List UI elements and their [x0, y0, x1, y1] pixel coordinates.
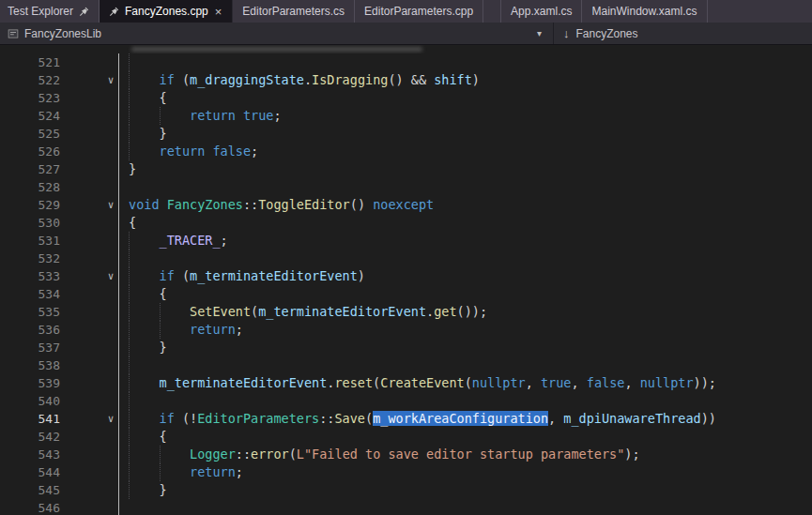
- code-token: ::: [319, 411, 334, 426]
- code-line[interactable]: 537 }: [0, 339, 812, 356]
- code-token: );: [624, 447, 639, 462]
- pin-icon[interactable]: [79, 7, 89, 17]
- code-line[interactable]: 542 {: [0, 428, 812, 446]
- code-content: {: [118, 214, 812, 232]
- fold-collapse-icon[interactable]: ∨: [103, 196, 118, 214]
- tab-fancyzones-cpp[interactable]: FancyZones.cpp×: [100, 0, 233, 23]
- indent-guide: [160, 321, 161, 339]
- line-number: 532: [0, 250, 60, 267]
- fold-margin: [103, 321, 118, 339]
- code-content: }: [118, 125, 812, 143]
- code-line[interactable]: 521: [0, 53, 812, 71]
- fold-margin: [103, 303, 118, 321]
- code-line[interactable]: 522∨ if (m_draggingState.IsDragging() &&…: [0, 71, 812, 89]
- fold-collapse-icon[interactable]: ∨: [103, 267, 118, 285]
- fold-collapse-icon[interactable]: ∨: [103, 71, 118, 89]
- pin-icon[interactable]: [109, 7, 119, 17]
- code-line[interactable]: 540: [0, 392, 812, 410]
- fold-margin: [103, 53, 118, 71]
- tab-label: EditorParameters.cpp: [364, 5, 473, 18]
- code-token: .: [426, 304, 434, 319]
- code-content: return true;: [118, 107, 812, 125]
- code-line[interactable]: 536 return;: [0, 321, 812, 339]
- code-line[interactable]: 541∨ if (!EditorParameters::Save(m_workA…: [0, 410, 812, 428]
- indent-guide: [129, 125, 130, 143]
- code-line[interactable]: 532: [0, 250, 812, 267]
- code-line[interactable]: 529∨void FancyZones::ToggleEditor() noex…: [0, 196, 812, 214]
- code-line[interactable]: 531 _TRACER_;: [0, 232, 812, 250]
- code-line[interactable]: 534 {: [0, 285, 812, 303]
- code-line[interactable]: 526 return false;: [0, 143, 812, 160]
- code-content: if (m_terminateEditorEvent): [118, 267, 812, 285]
- chevron-down-icon[interactable]: ▾: [537, 28, 545, 38]
- code-token: ,: [571, 375, 586, 390]
- code-line[interactable]: 539 m_terminateEditorEvent.reset(CreateE…: [0, 374, 812, 392]
- fold-margin: [103, 89, 118, 107]
- close-icon[interactable]: ×: [214, 6, 223, 18]
- code-line[interactable]: 527}: [0, 160, 812, 178]
- code-content: return;: [118, 463, 812, 481]
- code-content: if (m_draggingState.IsDragging() && shif…: [118, 71, 812, 89]
- tab-app-xaml-cs[interactable]: App.xaml.cs: [500, 0, 582, 23]
- line-number: 523: [0, 89, 60, 107]
- code-line[interactable]: 528: [0, 178, 812, 196]
- line-number: 546: [0, 499, 60, 515]
- code-token: m_terminateEditorEvent: [258, 304, 426, 319]
- tab-test-explorer[interactable]: Test Explorer: [0, 0, 100, 23]
- code-line[interactable]: 535 SetEvent(m_terminateEditorEvent.get(…: [0, 303, 812, 321]
- code-token: return: [190, 322, 236, 337]
- code-token: {: [129, 215, 136, 230]
- scope-dropdown[interactable]: ↓ FancyZones: [553, 23, 812, 44]
- code-token: ,: [548, 411, 563, 426]
- code-token: (: [251, 304, 258, 319]
- line-number: 541: [0, 410, 60, 428]
- fold-collapse-icon[interactable]: ∨: [103, 410, 118, 428]
- code-line[interactable]: 544 return;: [0, 463, 812, 481]
- indent-guide: [160, 303, 161, 321]
- line-number: 528: [0, 178, 60, 196]
- indent-guide: [129, 285, 130, 303]
- code-line[interactable]: 545 }: [0, 481, 812, 499]
- fold-margin: [103, 339, 118, 356]
- tab-label: EditorParameters.cs: [242, 5, 345, 18]
- line-number: 534: [0, 285, 60, 303]
- code-line[interactable]: 546: [0, 499, 812, 515]
- code-line[interactable]: 524 return true;: [0, 107, 812, 125]
- code-line[interactable]: 523 {: [0, 89, 812, 107]
- indent-guide: [129, 446, 130, 463]
- code-token: {: [160, 429, 167, 444]
- fold-margin: [103, 143, 118, 160]
- code-token: noexcept: [373, 197, 434, 212]
- code-content: {: [118, 285, 812, 303]
- line-number: 535: [0, 303, 60, 321]
- code-line[interactable]: 543 Logger::error(L"Failed to save edito…: [0, 446, 812, 463]
- code-editor[interactable]: 521522∨ if (m_draggingState.IsDragging()…: [0, 45, 812, 515]
- code-content: [118, 356, 812, 374]
- tab-mainwindow-xaml-cs[interactable]: MainWindow.xaml.cs: [582, 0, 707, 23]
- tab-editorparameters-cpp[interactable]: EditorParameters.cpp: [355, 0, 483, 23]
- code-token: ): [472, 72, 480, 87]
- project-dropdown[interactable]: FancyZonesLib ▾: [0, 23, 553, 44]
- code-token: reset: [334, 375, 373, 390]
- code-token: ));: [694, 375, 716, 390]
- code-token: if: [160, 72, 175, 87]
- code-token: shift: [434, 72, 472, 87]
- line-number: 529: [0, 196, 60, 214]
- tab-editorparameters-cs[interactable]: EditorParameters.cs: [233, 0, 355, 23]
- line-number: 544: [0, 463, 60, 481]
- code-token: ;: [273, 108, 281, 123]
- code-content: [118, 392, 812, 410]
- code-token: _TRACER_: [160, 233, 221, 248]
- code-line[interactable]: 533∨ if (m_terminateEditorEvent): [0, 267, 812, 285]
- indent-guide: [129, 303, 130, 321]
- code-token: false: [212, 144, 251, 159]
- code-content: [118, 53, 812, 71]
- code-line[interactable]: 538: [0, 356, 812, 374]
- line-number: 537: [0, 339, 60, 356]
- code-content: return;: [118, 321, 812, 339]
- code-token: get: [434, 304, 456, 319]
- code-line[interactable]: 525 }: [0, 125, 812, 143]
- code-line[interactable]: 530{: [0, 214, 812, 232]
- code-token: }: [160, 126, 167, 141]
- indent-guide: [129, 267, 130, 285]
